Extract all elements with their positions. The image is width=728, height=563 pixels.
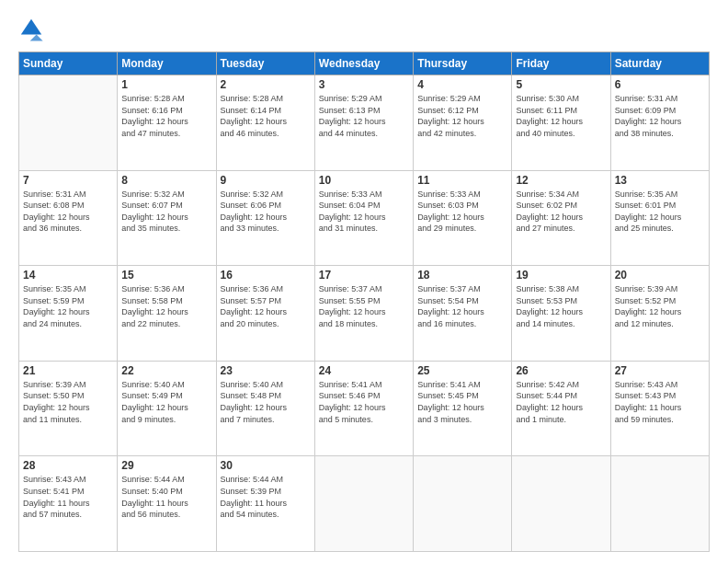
week-row-3: 14Sunrise: 5:35 AMSunset: 5:59 PMDayligh…	[19, 266, 710, 362]
weekday-sunday: Sunday	[19, 52, 118, 75]
day-number: 29	[121, 459, 211, 472]
calendar-cell: 12Sunrise: 5:34 AMSunset: 6:02 PMDayligh…	[512, 170, 610, 266]
cell-text: Sunrise: 5:37 AMSunset: 5:55 PMDaylight:…	[319, 283, 409, 329]
weekday-thursday: Thursday	[414, 52, 512, 75]
cell-text: Sunrise: 5:35 AMSunset: 6:01 PMDaylight:…	[615, 189, 705, 235]
cell-text: Sunrise: 5:38 AMSunset: 5:53 PMDaylight:…	[516, 283, 606, 329]
calendar-cell	[314, 456, 413, 552]
calendar-cell: 22Sunrise: 5:40 AMSunset: 5:49 PMDayligh…	[118, 361, 216, 456]
page: SundayMondayTuesdayWednesdayThursdayFrid…	[0, 0, 728, 563]
day-number: 24	[319, 364, 409, 377]
cell-text: Sunrise: 5:40 AMSunset: 5:48 PMDaylight:…	[221, 379, 311, 425]
cell-text: Sunrise: 5:30 AMSunset: 6:11 PMDaylight:…	[516, 93, 606, 139]
day-number: 26	[516, 364, 606, 377]
cell-text: Sunrise: 5:39 AMSunset: 5:50 PMDaylight:…	[23, 379, 113, 425]
cell-text: Sunrise: 5:33 AMSunset: 6:04 PMDaylight:…	[319, 189, 409, 235]
cell-text: Sunrise: 5:35 AMSunset: 5:59 PMDaylight:…	[23, 283, 113, 329]
cell-text: Sunrise: 5:42 AMSunset: 5:44 PMDaylight:…	[516, 379, 606, 425]
day-number: 5	[516, 78, 606, 91]
calendar-cell	[610, 456, 709, 552]
day-number: 27	[615, 364, 705, 377]
calendar-cell: 18Sunrise: 5:37 AMSunset: 5:54 PMDayligh…	[414, 266, 512, 362]
cell-text: Sunrise: 5:44 AMSunset: 5:40 PMDaylight:…	[121, 474, 211, 520]
week-row-5: 28Sunrise: 5:43 AMSunset: 5:41 PMDayligh…	[19, 456, 710, 552]
weekday-saturday: Saturday	[610, 52, 709, 75]
week-row-4: 21Sunrise: 5:39 AMSunset: 5:50 PMDayligh…	[19, 361, 710, 456]
svg-marker-0	[21, 19, 41, 35]
calendar-cell: 28Sunrise: 5:43 AMSunset: 5:41 PMDayligh…	[19, 456, 118, 552]
calendar-cell: 14Sunrise: 5:35 AMSunset: 5:59 PMDayligh…	[19, 266, 118, 362]
calendar-cell: 16Sunrise: 5:36 AMSunset: 5:57 PMDayligh…	[216, 266, 314, 362]
calendar-cell: 3Sunrise: 5:29 AMSunset: 6:13 PMDaylight…	[314, 75, 413, 171]
day-number: 20	[615, 269, 705, 282]
calendar-cell: 26Sunrise: 5:42 AMSunset: 5:44 PMDayligh…	[512, 361, 610, 456]
cell-text: Sunrise: 5:31 AMSunset: 6:08 PMDaylight:…	[23, 189, 113, 235]
day-number: 4	[417, 78, 507, 91]
calendar-cell: 19Sunrise: 5:38 AMSunset: 5:53 PMDayligh…	[512, 266, 610, 362]
calendar-cell: 11Sunrise: 5:33 AMSunset: 6:03 PMDayligh…	[414, 170, 512, 266]
cell-text: Sunrise: 5:32 AMSunset: 6:07 PMDaylight:…	[121, 189, 211, 235]
logo-icon	[18, 17, 44, 42]
calendar-cell	[512, 456, 610, 552]
day-number: 16	[221, 269, 311, 282]
weekday-tuesday: Tuesday	[216, 52, 314, 75]
cell-text: Sunrise: 5:31 AMSunset: 6:09 PMDaylight:…	[615, 93, 705, 139]
day-number: 21	[23, 364, 113, 377]
calendar-cell: 23Sunrise: 5:40 AMSunset: 5:48 PMDayligh…	[216, 361, 314, 456]
day-number: 3	[319, 78, 409, 91]
calendar-cell: 27Sunrise: 5:43 AMSunset: 5:43 PMDayligh…	[610, 361, 709, 456]
day-number: 25	[417, 364, 507, 377]
cell-text: Sunrise: 5:41 AMSunset: 5:46 PMDaylight:…	[319, 379, 409, 425]
cell-text: Sunrise: 5:36 AMSunset: 5:58 PMDaylight:…	[121, 283, 211, 329]
day-number: 10	[319, 174, 409, 187]
day-number: 6	[615, 78, 705, 91]
day-number: 1	[121, 78, 211, 91]
day-number: 11	[417, 174, 507, 187]
calendar-cell: 24Sunrise: 5:41 AMSunset: 5:46 PMDayligh…	[314, 361, 413, 456]
cell-text: Sunrise: 5:28 AMSunset: 6:16 PMDaylight:…	[121, 93, 211, 139]
day-number: 18	[417, 269, 507, 282]
weekday-wednesday: Wednesday	[314, 52, 413, 75]
day-number: 8	[121, 174, 211, 187]
calendar-table: SundayMondayTuesdayWednesdayThursdayFrid…	[18, 52, 710, 552]
day-number: 30	[221, 459, 311, 472]
calendar-cell: 7Sunrise: 5:31 AMSunset: 6:08 PMDaylight…	[19, 170, 118, 266]
day-number: 17	[319, 269, 409, 282]
cell-text: Sunrise: 5:34 AMSunset: 6:02 PMDaylight:…	[516, 189, 606, 235]
calendar-cell: 5Sunrise: 5:30 AMSunset: 6:11 PMDaylight…	[512, 75, 610, 171]
cell-text: Sunrise: 5:33 AMSunset: 6:03 PMDaylight:…	[417, 189, 507, 235]
cell-text: Sunrise: 5:40 AMSunset: 5:49 PMDaylight:…	[121, 379, 211, 425]
logo	[18, 17, 48, 42]
calendar-cell: 13Sunrise: 5:35 AMSunset: 6:01 PMDayligh…	[610, 170, 709, 266]
day-number: 23	[221, 364, 311, 377]
cell-text: Sunrise: 5:43 AMSunset: 5:41 PMDaylight:…	[23, 474, 113, 520]
week-row-1: 1Sunrise: 5:28 AMSunset: 6:16 PMDaylight…	[19, 75, 710, 171]
cell-text: Sunrise: 5:29 AMSunset: 6:12 PMDaylight:…	[417, 93, 507, 139]
cell-text: Sunrise: 5:41 AMSunset: 5:45 PMDaylight:…	[417, 379, 507, 425]
day-number: 12	[516, 174, 606, 187]
day-number: 22	[121, 364, 211, 377]
calendar-cell: 15Sunrise: 5:36 AMSunset: 5:58 PMDayligh…	[118, 266, 216, 362]
calendar-cell: 17Sunrise: 5:37 AMSunset: 5:55 PMDayligh…	[314, 266, 413, 362]
calendar-cell: 30Sunrise: 5:44 AMSunset: 5:39 PMDayligh…	[216, 456, 314, 552]
calendar-cell: 2Sunrise: 5:28 AMSunset: 6:14 PMDaylight…	[216, 75, 314, 171]
calendar-cell: 25Sunrise: 5:41 AMSunset: 5:45 PMDayligh…	[414, 361, 512, 456]
weekday-friday: Friday	[512, 52, 610, 75]
calendar-cell: 6Sunrise: 5:31 AMSunset: 6:09 PMDaylight…	[610, 75, 709, 171]
weekday-monday: Monday	[118, 52, 216, 75]
cell-text: Sunrise: 5:39 AMSunset: 5:52 PMDaylight:…	[615, 283, 705, 329]
day-number: 14	[23, 269, 113, 282]
weekday-header-row: SundayMondayTuesdayWednesdayThursdayFrid…	[19, 52, 710, 75]
cell-text: Sunrise: 5:37 AMSunset: 5:54 PMDaylight:…	[417, 283, 507, 329]
calendar-cell: 1Sunrise: 5:28 AMSunset: 6:16 PMDaylight…	[118, 75, 216, 171]
calendar-cell: 29Sunrise: 5:44 AMSunset: 5:40 PMDayligh…	[118, 456, 216, 552]
cell-text: Sunrise: 5:43 AMSunset: 5:43 PMDaylight:…	[615, 379, 705, 425]
calendar-cell: 8Sunrise: 5:32 AMSunset: 6:07 PMDaylight…	[118, 170, 216, 266]
cell-text: Sunrise: 5:32 AMSunset: 6:06 PMDaylight:…	[221, 189, 311, 235]
day-number: 28	[23, 459, 113, 472]
cell-text: Sunrise: 5:29 AMSunset: 6:13 PMDaylight:…	[319, 93, 409, 139]
calendar-cell: 4Sunrise: 5:29 AMSunset: 6:12 PMDaylight…	[414, 75, 512, 171]
cell-text: Sunrise: 5:28 AMSunset: 6:14 PMDaylight:…	[221, 93, 311, 139]
calendar-cell: 10Sunrise: 5:33 AMSunset: 6:04 PMDayligh…	[314, 170, 413, 266]
cell-text: Sunrise: 5:36 AMSunset: 5:57 PMDaylight:…	[221, 283, 311, 329]
